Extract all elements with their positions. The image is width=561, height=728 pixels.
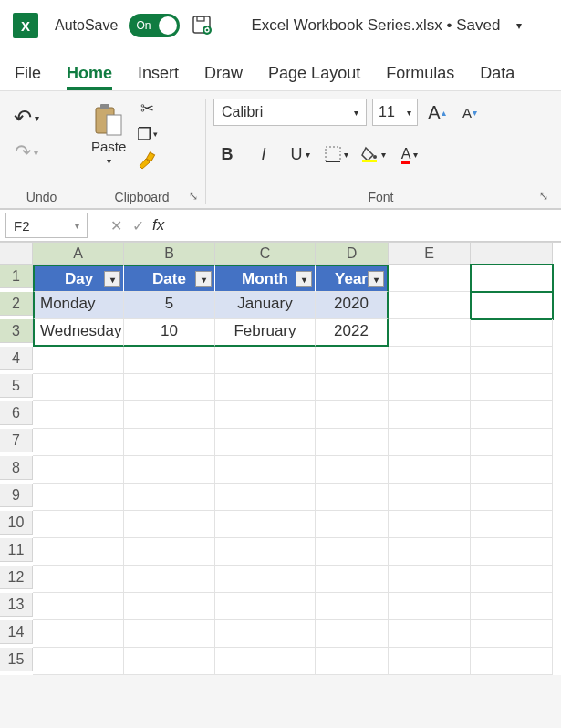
spreadsheet-grid[interactable]: ABCDE1Day▾Date▾Month▾Year▾2Monday5Januar… [0,242,561,675]
column-header-extra[interactable] [471,243,553,265]
italic-button[interactable]: I [250,140,277,168]
formula-bar-input[interactable] [164,210,561,241]
cell-empty[interactable] [471,648,553,675]
table-cell[interactable]: 5 [124,292,215,319]
cell-empty[interactable] [215,429,316,456]
cell-E1[interactable] [389,265,471,292]
cell-empty[interactable] [471,566,553,593]
cell-empty[interactable] [215,538,316,566]
row-header-10[interactable]: 10 [0,511,33,535]
cell-F2[interactable] [471,292,553,319]
tab-file[interactable]: File [15,64,41,90]
cell-empty[interactable] [471,620,553,648]
name-box[interactable]: F2▾ [5,213,88,238]
cell-empty[interactable] [389,484,471,511]
underline-button[interactable]: U▾ [286,140,314,168]
row-header-15[interactable]: 15 [0,648,33,671]
cell-empty[interactable] [471,538,553,566]
column-header-D[interactable]: D [316,243,389,265]
cell-empty[interactable] [471,593,553,620]
cell-empty[interactable] [33,429,124,456]
cell-empty[interactable] [471,456,553,484]
cell-empty[interactable] [316,347,389,374]
filter-icon[interactable]: ▾ [104,271,120,287]
cut-icon[interactable]: ✂ [137,99,157,119]
fx-icon[interactable]: fx [152,216,164,234]
borders-button[interactable]: ▾ [323,140,350,168]
autosave-toggle[interactable]: On [129,14,180,37]
table-cell[interactable]: 10 [124,319,215,347]
copy-icon[interactable]: ❐▾ [137,124,157,144]
cell-empty[interactable] [124,429,215,456]
row-header-3[interactable]: 3 [0,319,33,343]
row-header-13[interactable]: 13 [0,593,33,617]
cell-F1-area[interactable] [471,265,553,292]
cell-empty[interactable] [316,429,389,456]
title-dropdown-icon[interactable]: ▾ [516,19,522,32]
cell-empty[interactable] [124,620,215,648]
increase-font-icon[interactable]: A▴ [423,99,451,126]
filter-icon[interactable]: ▾ [296,271,312,287]
cell-empty[interactable] [215,511,316,538]
tab-draw[interactable]: Draw [204,64,243,90]
cell-empty[interactable] [215,456,316,484]
cell-empty[interactable] [316,374,389,401]
cell-empty[interactable] [124,456,215,484]
table-header-month[interactable]: Month▾ [215,265,316,292]
cell-empty[interactable] [33,538,124,566]
paste-button[interactable]: Paste ▾ [86,99,131,170]
font-launcher-icon[interactable]: ⤡ [539,190,548,203]
cell-empty[interactable] [316,593,389,620]
fill-color-button[interactable]: ▾ [359,140,387,168]
cell-empty[interactable] [389,593,471,620]
cell-empty[interactable] [316,484,389,511]
table-cell[interactable]: 2020 [316,292,389,319]
cell-empty[interactable] [124,538,215,566]
cell-empty[interactable] [471,347,553,374]
cell-empty[interactable] [33,620,124,648]
cell-empty[interactable] [471,374,553,401]
cancel-formula-icon[interactable]: ✕ [105,217,127,234]
row-header-9[interactable]: 9 [0,484,33,507]
cell-empty[interactable] [215,401,316,429]
cell-empty[interactable] [316,620,389,648]
cell-empty[interactable] [389,401,471,429]
cell-empty[interactable] [389,620,471,648]
cell-empty[interactable] [316,456,389,484]
cell-empty[interactable] [316,566,389,593]
row-header-1[interactable]: 1 [0,265,33,288]
save-icon[interactable] [191,14,213,38]
cell-empty[interactable] [471,401,553,429]
tab-data[interactable]: Data [480,64,514,90]
bold-button[interactable]: B [213,140,241,168]
tab-formulas[interactable]: Formulas [386,64,454,90]
row-header-11[interactable]: 11 [0,538,33,562]
row-header-4[interactable]: 4 [0,347,33,370]
cell-empty[interactable] [471,511,553,538]
column-header-C[interactable]: C [215,243,316,265]
filter-icon[interactable]: ▾ [368,271,384,287]
cell-empty[interactable] [33,566,124,593]
cell-empty[interactable] [33,648,124,675]
select-all-corner[interactable] [0,243,33,265]
cell-empty[interactable] [124,511,215,538]
cell-empty[interactable] [215,374,316,401]
row-header-2[interactable]: 2 [0,292,33,316]
cell-empty[interactable] [389,456,471,484]
cell-empty[interactable] [215,648,316,675]
cell-empty[interactable] [215,566,316,593]
cell-empty[interactable] [215,620,316,648]
table-cell[interactable]: Wednesday [33,319,124,347]
table-header-date[interactable]: Date▾ [124,265,215,292]
cell-empty[interactable] [33,401,124,429]
cell-empty[interactable] [316,511,389,538]
row-header-7[interactable]: 7 [0,429,33,452]
cell-empty[interactable] [389,511,471,538]
cell-empty[interactable] [33,484,124,511]
cell-empty[interactable] [316,401,389,429]
cell-empty[interactable] [124,401,215,429]
column-header-B[interactable]: B [124,243,215,265]
row-header-6[interactable]: 6 [0,401,33,425]
table-cell[interactable]: 2022 [316,319,389,347]
font-name-select[interactable]: Calibri▾ [213,99,367,126]
